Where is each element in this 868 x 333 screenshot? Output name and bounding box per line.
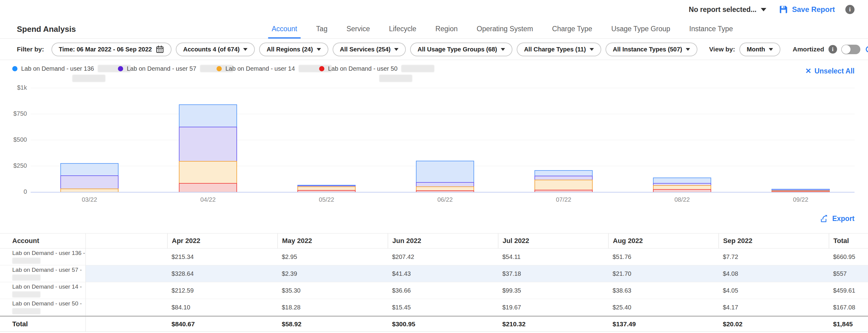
value-cell: $212.59	[167, 282, 278, 299]
stacked-bar-04-22[interactable]	[179, 104, 237, 192]
filter-chip-all-usage-type-groups[interactable]: All Usage Type Groups (68)	[410, 42, 513, 56]
bar-segment-lab-on-demand-user-57[interactable]	[416, 182, 474, 187]
row-spacer	[86, 248, 167, 265]
total-value-cell: $137.49	[608, 317, 718, 331]
bar-segment-lab-on-demand-user-50[interactable]	[653, 189, 711, 192]
value-cell: $2.95	[278, 248, 388, 265]
value-cell: $4.05	[718, 282, 829, 299]
y-axis-tick: $750	[8, 110, 27, 117]
chevron-down-icon	[686, 48, 690, 51]
save-report-label: Save Report	[792, 5, 835, 14]
tab-account[interactable]: Account	[272, 19, 297, 39]
y-axis-tick: $500	[8, 136, 27, 143]
save-report-button[interactable]: Save Report	[779, 5, 835, 14]
legend-item-lab-on-demand-user-136[interactable]: Lab on Demand - user 136	[12, 65, 131, 82]
table-row: Lab on Demand - user 57 -$328.64$2.39$41…	[0, 265, 868, 282]
legend-item-lab-on-demand-user-57[interactable]: Lab on Demand - user 57	[118, 65, 233, 72]
export-button[interactable]: Export	[820, 214, 855, 223]
column-header-may-2022: May 2022	[278, 234, 388, 248]
value-cell: $19.67	[498, 299, 608, 315]
value-cell: $207.42	[388, 248, 498, 265]
chevron-down-icon	[394, 48, 399, 51]
total-value-cell: $300.95	[388, 317, 498, 331]
gridline	[31, 140, 855, 140]
legend-item-lab-on-demand-user-14[interactable]: Lab on Demand - user 14	[217, 65, 332, 72]
stacked-bar-08-22[interactable]	[653, 177, 711, 192]
bar-segment-lab-on-demand-user-14[interactable]	[179, 161, 237, 183]
total-label-cell: Total	[0, 317, 86, 331]
stacked-bar-09-22[interactable]	[772, 189, 830, 192]
bar-segment-lab-on-demand-user-57[interactable]	[534, 176, 593, 180]
bar-segment-lab-on-demand-user-14[interactable]	[416, 187, 474, 190]
amortized-toggle[interactable]	[841, 45, 860, 54]
bar-segment-lab-on-demand-user-57[interactable]	[60, 175, 119, 189]
filter-chip-all-regions[interactable]: All Regions (24)	[259, 42, 328, 56]
table-total-row: Total$840.67$58.92$300.95$210.32$137.49$…	[0, 316, 868, 332]
filter-chip-time-06-mar-2022-06-sep-2022[interactable]: Time: 06 Mar 2022 - 06 Sep 2022	[52, 42, 172, 56]
bar-segment-lab-on-demand-user-57[interactable]	[179, 127, 237, 161]
row-spacer	[86, 265, 167, 282]
chip-label: All Regions (24)	[267, 46, 313, 53]
bar-segment-lab-on-demand-user-136[interactable]	[60, 163, 119, 175]
tab-operating-system[interactable]: Operating System	[476, 19, 533, 39]
amortized-info-icon[interactable]: i	[829, 45, 837, 54]
stacked-bar-06-22[interactable]	[416, 161, 474, 192]
tab-bar: AccountTagServiceLifecycleRegionOperatin…	[272, 19, 733, 39]
x-axis-tick: 07/22	[534, 196, 593, 203]
tab-usage-type-group[interactable]: Usage Type Group	[611, 19, 671, 39]
chip-label: All Instance Types (507)	[613, 46, 682, 53]
reset-filters-button[interactable]: Reset Filters	[865, 41, 868, 58]
bar-segment-lab-on-demand-user-50[interactable]	[298, 190, 355, 192]
x-axis-tick: 04/22	[179, 196, 237, 203]
chip-label: All Charge Types (11)	[524, 46, 586, 53]
tab-service[interactable]: Service	[346, 19, 370, 39]
tab-charge-type[interactable]: Charge Type	[552, 19, 592, 39]
bar-segment-lab-on-demand-user-136[interactable]	[653, 177, 711, 183]
stacked-bar-03-22[interactable]	[60, 163, 119, 192]
bar-segment-lab-on-demand-user-14[interactable]	[534, 180, 593, 190]
info-icon[interactable]: i	[845, 5, 855, 14]
bar-segment-lab-on-demand-user-50[interactable]	[534, 190, 593, 192]
tab-region[interactable]: Region	[435, 19, 458, 39]
legend-item-lab-on-demand-user-50[interactable]: Lab on Demand - user 50	[319, 65, 434, 82]
amortized-label: Amortized	[793, 45, 824, 53]
stacked-bar-05-22[interactable]	[298, 185, 355, 192]
tab-instance-type[interactable]: Instance Type	[689, 19, 733, 39]
tab-tag[interactable]: Tag	[316, 19, 328, 39]
bar-segment-lab-on-demand-user-14[interactable]	[653, 185, 711, 189]
redacted-text	[401, 65, 434, 72]
legend-line: Lab on Demand - user 57	[118, 65, 233, 72]
filter-chip-all-charge-types[interactable]: All Charge Types (11)	[517, 42, 601, 56]
stacked-bar-07-22[interactable]	[534, 170, 593, 192]
unselect-all-button[interactable]: ✕ Unselect All	[805, 67, 855, 75]
y-axis-tick: $1k	[8, 84, 27, 91]
value-cell: $54.11	[498, 248, 608, 265]
bar-segment-lab-on-demand-user-57[interactable]	[653, 183, 711, 185]
bar-segment-lab-on-demand-user-14[interactable]	[298, 187, 355, 190]
bar-segment-lab-on-demand-user-14[interactable]	[60, 189, 119, 192]
chevron-down-icon	[590, 48, 594, 51]
bar-segment-lab-on-demand-user-50[interactable]	[179, 183, 237, 192]
bar-segment-lab-on-demand-user-50[interactable]	[772, 191, 830, 192]
row-total-cell: $459.61	[829, 282, 868, 299]
header-row: Spend Analysis AccountTagServiceLifecycl…	[0, 19, 868, 39]
account-cell: Lab on Demand - user 14 -	[0, 282, 86, 299]
chevron-down-icon	[769, 48, 773, 51]
account-cell: Lab on Demand - user 50 -	[0, 299, 86, 315]
bar-segment-lab-on-demand-user-136[interactable]	[534, 170, 593, 176]
bar-segment-lab-on-demand-user-50[interactable]	[416, 190, 474, 192]
filter-chip-all-instance-types[interactable]: All Instance Types (507)	[606, 42, 698, 56]
total-value-cell: $20.02	[718, 317, 829, 331]
view-by-dropdown[interactable]: Month	[739, 42, 780, 56]
plot-area	[31, 88, 855, 192]
bar-segment-lab-on-demand-user-136[interactable]	[416, 161, 474, 182]
filter-chip-accounts-4[interactable]: Accounts 4 (of 674)	[176, 42, 255, 56]
chip-label: All Usage Type Groups (68)	[417, 46, 497, 53]
bar-segment-lab-on-demand-user-136[interactable]	[179, 104, 237, 127]
filter-chip-all-services[interactable]: All Services (254)	[333, 42, 406, 56]
value-cell: $21.70	[608, 265, 718, 282]
legend-line: Lab on Demand - user 50	[319, 65, 434, 72]
report-selector-dropdown[interactable]: No report selected...	[689, 5, 766, 14]
tab-lifecycle[interactable]: Lifecycle	[389, 19, 416, 39]
total-value-cell: $840.67	[167, 317, 278, 331]
